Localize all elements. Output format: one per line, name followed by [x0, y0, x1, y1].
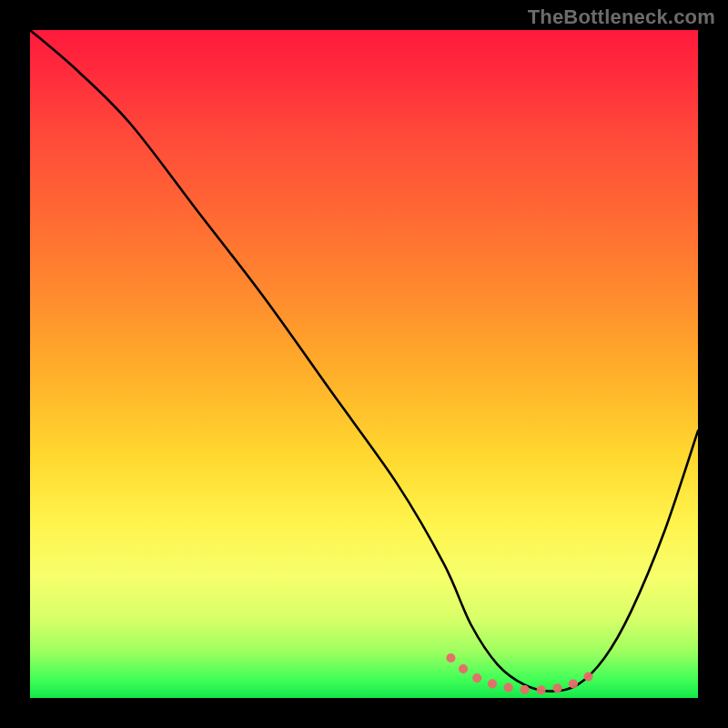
plot-outer [30, 30, 698, 698]
watermark-text: TheBottleneck.com [528, 5, 715, 29]
chart-svg [30, 30, 698, 698]
marker-stroke [450, 658, 591, 690]
chart-frame: TheBottleneck.com [0, 0, 728, 728]
bottleneck-curve [30, 30, 698, 692]
acceptable-range-markers [450, 658, 591, 690]
